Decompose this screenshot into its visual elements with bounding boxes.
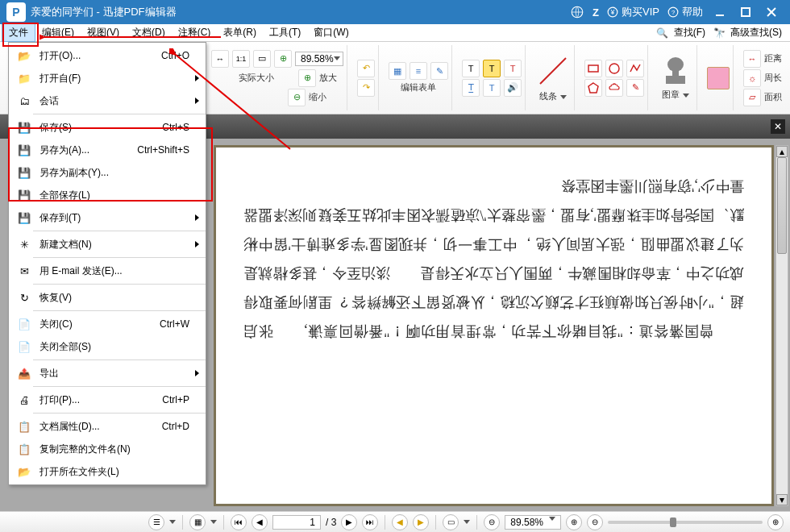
properties-icon: 📋 bbox=[15, 418, 33, 435]
zoom-value[interactable]: 89.58% bbox=[295, 52, 343, 66]
stamp-icon[interactable] bbox=[658, 55, 693, 87]
document-text: 曾国藩答道："我目睹你下苦功，常埋首用功啊！"番僧回禀谦, 张启超，"小时侯只知… bbox=[216, 148, 771, 370]
page-total: / 3 bbox=[326, 517, 336, 528]
zoom-slider-max-icon[interactable]: ⊕ bbox=[767, 514, 784, 530]
tab-close-icon[interactable]: ✕ bbox=[771, 119, 785, 134]
titlebar: P 亲爱的同学们 - 迅捷PDF编辑器 Z ¥购买VIP ?帮助 bbox=[0, 0, 790, 24]
scrollbar-up-icon[interactable]: ▴ bbox=[776, 146, 788, 157]
zoom-in-status-icon[interactable]: ⊕ bbox=[566, 514, 582, 530]
perimeter-icon[interactable]: ☼ bbox=[743, 69, 761, 87]
scrollbar-thumb[interactable] bbox=[777, 157, 787, 254]
underline-icon[interactable]: T̲ bbox=[462, 79, 480, 97]
pencil-icon[interactable]: ✎ bbox=[626, 79, 644, 97]
minimize-button[interactable] bbox=[711, 3, 729, 21]
page-current[interactable]: 1 bbox=[272, 515, 321, 530]
menu-revert[interactable]: ↻恢复(V) bbox=[9, 286, 206, 309]
menu-email[interactable]: ✉用 E-mail 发送(E)... bbox=[9, 260, 206, 282]
prev-page-icon[interactable]: ◀ bbox=[252, 514, 268, 530]
sessions-icon: 🗂 bbox=[15, 92, 33, 110]
highlight-icon[interactable]: T bbox=[483, 60, 501, 77]
sound-icon[interactable]: 🔊 bbox=[504, 79, 522, 97]
svg-rect-10 bbox=[588, 65, 598, 72]
toolbar-group-lines: 线条 bbox=[532, 45, 575, 110]
eraser-icon[interactable] bbox=[707, 67, 730, 89]
export-icon: 📤 bbox=[15, 364, 33, 382]
help-button[interactable]: ?帮助 bbox=[667, 5, 703, 19]
svg-text:¥: ¥ bbox=[610, 9, 615, 16]
menu-save-as-copy[interactable]: 💾另存为副本(Y)... bbox=[9, 161, 206, 184]
advanced-find-button[interactable]: 🔭 高级查找(S) bbox=[710, 24, 782, 42]
polygon-icon[interactable] bbox=[584, 79, 602, 97]
save-to-icon: 💾 bbox=[15, 209, 33, 227]
zoom-out-status-icon[interactable]: ⊖ bbox=[484, 514, 500, 530]
layout-icon[interactable]: ▦ bbox=[189, 514, 206, 530]
menu-save-to[interactable]: 💾保存到(T) bbox=[9, 206, 206, 229]
save-as-icon: 💾 bbox=[15, 141, 33, 159]
svg-rect-15 bbox=[672, 69, 679, 77]
menu-close-all[interactable]: 📄关闭全部(S) bbox=[9, 335, 206, 358]
menu-export[interactable]: 📤导出 bbox=[9, 362, 206, 384]
find-button[interactable]: 🔍 查找(F) bbox=[654, 24, 705, 42]
line-icon[interactable] bbox=[535, 53, 571, 89]
rect-icon[interactable] bbox=[584, 60, 602, 77]
form-list-icon[interactable]: ≡ bbox=[410, 62, 427, 80]
last-page-icon[interactable]: ⏭ bbox=[362, 514, 378, 530]
menu-print[interactable]: 🖨打印(P)...Ctrl+P bbox=[9, 389, 206, 411]
user-letter[interactable]: Z bbox=[592, 6, 599, 19]
menu-tools[interactable]: 工具(T) bbox=[263, 24, 307, 41]
zoom-slider[interactable] bbox=[608, 521, 763, 524]
nav-fwd-icon[interactable]: ▶ bbox=[413, 514, 429, 530]
save-copy-icon: 💾 bbox=[15, 164, 33, 181]
buy-vip-button[interactable]: ¥购买VIP bbox=[607, 5, 659, 19]
text-tool-icon[interactable]: T bbox=[462, 60, 480, 77]
distance-icon[interactable]: ↔ bbox=[743, 50, 761, 68]
cloud-shape-icon[interactable] bbox=[605, 79, 623, 97]
menu-doc-props[interactable]: 📋文档属性(D)...Ctrl+D bbox=[9, 415, 206, 438]
scrollbar-down-icon[interactable]: ▾ bbox=[776, 494, 788, 505]
nav-back-icon[interactable]: ◀ bbox=[392, 514, 408, 530]
first-page-icon[interactable]: ⏮ bbox=[231, 514, 247, 530]
redo-icon[interactable]: ↷ bbox=[357, 79, 375, 97]
toolbar-group-undo: ↶ ↷ bbox=[354, 45, 379, 110]
cloud-icon[interactable] bbox=[570, 5, 584, 19]
close-all-icon: 📄 bbox=[15, 338, 33, 355]
strike-icon[interactable]: T bbox=[504, 60, 522, 77]
print-icon: 🖨 bbox=[15, 391, 33, 409]
toolbar-group-stamp: 图章 bbox=[655, 45, 697, 110]
zoom-in-btn[interactable]: ⊕ bbox=[298, 69, 316, 87]
close-button[interactable] bbox=[763, 3, 780, 21]
circle-icon[interactable] bbox=[605, 60, 623, 77]
options-icon[interactable]: ☰ bbox=[148, 514, 164, 530]
toolbar-group-eraser bbox=[704, 45, 734, 110]
next-page-icon[interactable]: ▶ bbox=[341, 514, 357, 530]
window-title: 亲爱的同学们 - 迅捷PDF编辑器 bbox=[31, 5, 177, 19]
folder-globe-icon: 📁 bbox=[15, 69, 33, 87]
search-icon: 🔍 bbox=[654, 24, 672, 42]
area-icon[interactable]: ▱ bbox=[743, 89, 761, 106]
menu-close[interactable]: 📄关闭(C)Ctrl+W bbox=[9, 313, 206, 335]
statusbar: ☰ ▦ ⏮ ◀ 1 / 3 ▶ ⏭ ◀ ▶ ▭ ⊖ 89.58% ⊕ ⊖ ⊕ bbox=[0, 511, 790, 532]
undo-icon[interactable]: ↶ bbox=[357, 60, 375, 77]
maximize-button[interactable] bbox=[737, 3, 755, 21]
form-dropdown-icon[interactable]: ▦ bbox=[389, 62, 406, 80]
fit-icon[interactable]: ▭ bbox=[443, 514, 459, 530]
document-viewport[interactable]: 曾国藩答道："我目睹你下苦功，常埋首用功啊！"番僧回禀谦, 张启超，"小时侯只知… bbox=[214, 145, 774, 506]
toolbar-group-measure: ↔距离 ☼周长 ▱面积 bbox=[740, 45, 785, 110]
menu-save-all[interactable]: 💾全部保存(L) bbox=[9, 184, 206, 206]
menu-open-folder[interactable]: 📂打开所在文件夹(L) bbox=[9, 460, 206, 483]
close-doc-icon: 📄 bbox=[15, 315, 33, 333]
scrollbar-vertical[interactable]: ▴ ▾ bbox=[775, 145, 788, 506]
form-edit-icon[interactable]: ✎ bbox=[430, 62, 448, 80]
menu-file[interactable]: 文件 bbox=[2, 24, 35, 42]
svg-line-19 bbox=[176, 55, 290, 149]
toolbar-group-shapes: ✎ bbox=[581, 45, 648, 110]
zoom-slider-min-icon[interactable]: ⊖ bbox=[587, 514, 603, 530]
svg-marker-12 bbox=[588, 83, 598, 93]
menu-new-doc[interactable]: ✳新建文档(N) bbox=[9, 233, 206, 256]
email-icon: ✉ bbox=[15, 262, 33, 280]
squiggle-icon[interactable]: T bbox=[483, 79, 501, 97]
zoom-status-value[interactable]: 89.58% bbox=[505, 515, 561, 530]
menu-window[interactable]: 窗口(W) bbox=[307, 24, 355, 41]
menu-copy-full-name[interactable]: 📋复制完整的文件名(N) bbox=[9, 438, 206, 460]
polyline-icon[interactable] bbox=[626, 60, 644, 77]
